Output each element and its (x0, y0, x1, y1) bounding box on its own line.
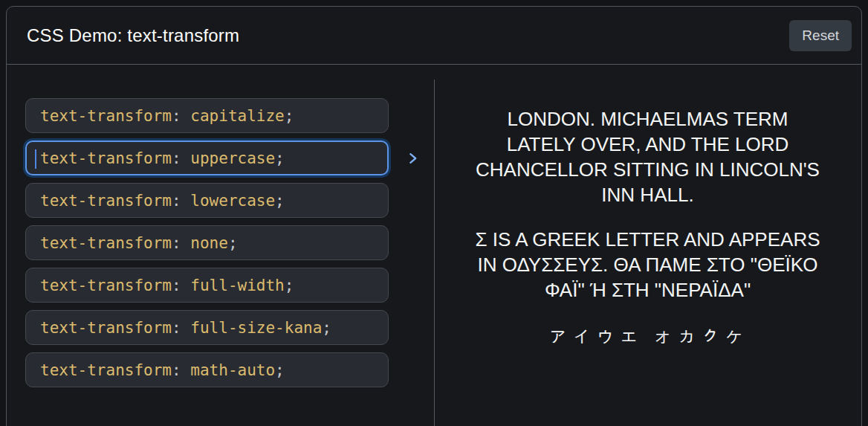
css-property: text-transform (40, 277, 172, 294)
option-text-transform-lowercase[interactable]: text-transform:lowercase; (25, 183, 389, 218)
css-value: full-width (190, 277, 284, 294)
colon: : (172, 234, 181, 252)
demo-header: CSS Demo: text-transform Reset (7, 7, 861, 65)
semicolon: ; (228, 234, 238, 252)
css-property: text-transform (40, 234, 172, 252)
colon: : (172, 107, 181, 125)
option-row: text-transform:full-width; (25, 268, 434, 303)
css-value: math-auto (190, 361, 275, 379)
css-demo-card: CSS Demo: text-transform Reset text-tran… (6, 6, 862, 426)
option-row: text-transform:capitalize; (25, 98, 434, 133)
text-cursor (35, 149, 36, 169)
option-row: text-transform:uppercase; (25, 141, 434, 175)
output-paragraph: LONDON. MICHAELMAS TERM LATELY OVER, AND… (444, 106, 851, 207)
css-property: text-transform (40, 319, 172, 337)
panel-divider (434, 80, 435, 426)
css-declaration: text-transform:full-size-kana; (40, 319, 331, 337)
output-line: ΦΑΪ" Ή ΣΤΗ "ΝΕΡΑΪΔΑ" (444, 277, 851, 303)
output-line: LATELY OVER, AND THE LORD (444, 132, 851, 157)
semicolon: ; (285, 277, 294, 294)
page-title: CSS Demo: text-transform (27, 25, 239, 46)
output-line: INN HALL. (444, 182, 851, 207)
css-declaration: text-transform:uppercase; (40, 149, 285, 167)
css-property: text-transform (40, 149, 172, 167)
css-value: uppercase (190, 149, 275, 167)
colon: : (172, 319, 181, 337)
semicolon: ; (275, 192, 285, 210)
choice-list: text-transform:capitalize; text-transfor… (7, 65, 434, 426)
semicolon: ; (322, 319, 331, 337)
option-row: text-transform:full-size-kana; (25, 310, 434, 345)
option-text-transform-none[interactable]: text-transform:none; (25, 225, 389, 260)
option-row: text-transform:lowercase; (25, 183, 434, 218)
output-line: LONDON. MICHAELMAS TERM (444, 106, 851, 132)
output-line: CHANCELLOR SITTING IN LINCOLN'S (444, 157, 851, 182)
option-row: text-transform:math-auto; (25, 352, 434, 387)
css-property: text-transform (40, 192, 172, 210)
demo-body: text-transform:capitalize; text-transfor… (7, 65, 861, 426)
semicolon: ; (275, 361, 285, 379)
css-property: text-transform (40, 361, 172, 379)
chevron-right-icon (407, 152, 419, 165)
css-value: none (190, 234, 228, 252)
css-declaration: text-transform:math-auto; (40, 361, 285, 379)
css-declaration: text-transform:full-width; (40, 277, 294, 294)
semicolon: ; (275, 149, 285, 167)
semicolon: ; (285, 107, 294, 125)
option-text-transform-uppercase[interactable]: text-transform:uppercase; (25, 141, 389, 175)
option-text-transform-full-size-kana[interactable]: text-transform:full-size-kana; (25, 310, 389, 345)
output-line: IN ΟΔΥΣΣΕΥΣ. ΘΑ ΠΑΜΕ ΣΤΟ "ΘΕΪΚΟ (444, 252, 851, 277)
option-text-transform-full-width[interactable]: text-transform:full-width; (25, 268, 389, 303)
css-value: capitalize (190, 107, 284, 125)
output-paragraph: Σ IS A GREEK LETTER AND APPEARS IN ΟΔΥΣΣ… (444, 227, 851, 303)
colon: : (172, 192, 181, 210)
output-panel: LONDON. MICHAELMAS TERM LATELY OVER, AND… (434, 65, 861, 426)
css-value: lowercase (190, 192, 275, 210)
css-declaration: text-transform:capitalize; (40, 107, 294, 125)
colon: : (172, 149, 181, 167)
colon: : (172, 361, 181, 379)
css-declaration: text-transform:none; (40, 234, 238, 252)
option-row: text-transform:none; (25, 225, 434, 260)
css-property: text-transform (40, 107, 172, 125)
reset-button[interactable]: Reset (789, 20, 852, 51)
css-value: full-size-kana (190, 319, 322, 337)
output-line: ァィゥェ ォヵㇰヶ (444, 322, 851, 347)
css-declaration: text-transform:lowercase; (40, 192, 285, 210)
option-text-transform-capitalize[interactable]: text-transform:capitalize; (25, 98, 389, 133)
option-text-transform-math-auto[interactable]: text-transform:math-auto; (25, 352, 389, 387)
output-paragraph-kana: ァィゥェ ォヵㇰヶ (444, 322, 851, 347)
colon: : (172, 277, 181, 294)
output-line: Σ IS A GREEK LETTER AND APPEARS (444, 227, 851, 252)
